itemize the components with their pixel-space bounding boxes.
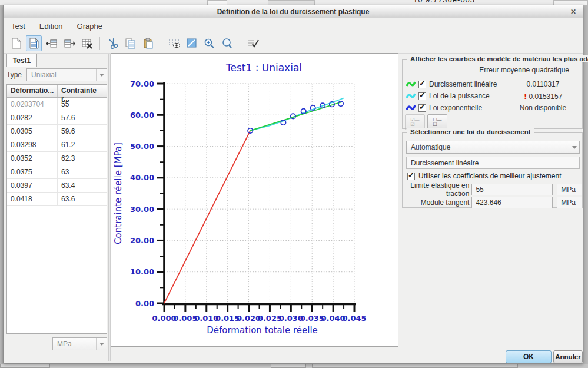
y-tick-label: 0.00 [135, 299, 154, 308]
loi-de-la-puissance-error-value: 0.0153157 [529, 92, 563, 101]
test-table-view-icon[interactable] [26, 35, 42, 51]
stress-cell[interactable]: 55 [58, 98, 107, 111]
type-value: Uniaxial [31, 71, 57, 79]
background-table-row-text: 10 9.7736e-005 [413, 0, 475, 4]
strain-cell[interactable]: 0.03298 [7, 138, 58, 151]
menu-test[interactable]: Test [11, 22, 25, 31]
table-row[interactable]: 0.0329861.2 [7, 138, 107, 152]
menu-graphe[interactable]: Graphe [77, 22, 102, 31]
stress-cell[interactable]: 59.6 [58, 125, 107, 138]
column-header-stress[interactable]: Contrainte r... [58, 85, 107, 97]
strain-cell[interactable]: 0.0282 [7, 111, 58, 124]
loi-exponentielle-error-value: Non disponible [520, 104, 566, 112]
insert-column-before-icon[interactable] [44, 35, 59, 51]
cut-icon[interactable] [105, 35, 121, 51]
toolbar-separator [161, 37, 161, 50]
loi-exponentielle-error: Non disponible [506, 104, 580, 112]
durcissement-lineaire-checkbox[interactable]: ✓ [418, 81, 426, 88]
strain-cell[interactable]: 0.0203704 [7, 98, 58, 111]
loi-exponentielle-curve-icon [406, 105, 416, 111]
table-row[interactable]: 0.020370455 [7, 98, 107, 111]
curves-groupbox-title: Afficher les courbes de modèle de matéri… [407, 55, 588, 62]
durcissement-lineaire-label: Durcissement linéaire [429, 80, 497, 88]
validate-test-icon[interactable] [245, 35, 261, 51]
close-icon[interactable]: ✕ [569, 7, 578, 16]
toolbar [4, 34, 583, 54]
tangent-modulus-input[interactable]: 423.646 [471, 197, 553, 208]
paste-icon[interactable] [140, 35, 156, 51]
hardening-law-dialog: Définition de la loi du durcissement pla… [3, 5, 583, 363]
yield-limit-input[interactable]: 55 [471, 184, 553, 195]
strain-cell[interactable]: 0.0352 [7, 152, 58, 165]
dialog-titlebar[interactable]: Définition de la loi du durcissement pla… [4, 5, 583, 18]
tab-test1[interactable]: Test1 [6, 54, 37, 67]
durcissement-lineaire-error: 0.0110317 [506, 80, 580, 88]
edit-curve-icon[interactable] [184, 35, 200, 51]
deselect-all-curves-button[interactable]: ☐—☐— [427, 114, 447, 130]
y-tick-label: 40.00 [130, 173, 154, 182]
strain-cell[interactable]: 0.0305 [7, 125, 58, 138]
show-points-icon[interactable] [166, 35, 182, 51]
y-tick-label: 50.00 [130, 142, 154, 151]
loi-exponentielle-checkbox[interactable]: ✓ [418, 104, 426, 112]
type-row: Type Uniaxial [6, 68, 107, 82]
curve-row-loi-de-la-puissance: ✓Loi de la puissance!0.0153157 [406, 91, 490, 101]
curve-row-loi-exponentielle: ✓Loi exponentielleNon disponible [406, 102, 482, 113]
table-row[interactable]: 0.037563 [7, 165, 107, 179]
table-row[interactable]: 0.039763.4 [7, 179, 107, 193]
test-panel: Test1 Type Uniaxial Déformatio... Contra… [5, 54, 108, 361]
menu-edition[interactable]: Edition [39, 22, 63, 31]
insert-column-after-icon[interactable] [61, 35, 77, 51]
strain-cell[interactable]: 0.0375 [7, 165, 58, 178]
tangent-modulus-unit: MPa [557, 197, 582, 208]
dialog-title: Définition de la loi du durcissement pla… [217, 8, 370, 16]
background-fragment [0, 364, 50, 368]
select-all-curves-button[interactable]: ☑—☑— [405, 114, 425, 130]
law-groupbox-title: Sélectionner une loi du durcissement [407, 128, 534, 135]
durcissement-lineaire-error-value: 0.0110317 [527, 80, 560, 88]
unit-row: MPa [52, 337, 107, 350]
cancel-button[interactable]: Annuler [553, 350, 583, 363]
stress-cell[interactable]: 63.4 [58, 179, 107, 192]
stress-cell[interactable]: 57.6 [58, 111, 107, 124]
ok-button[interactable]: OK [506, 350, 552, 363]
strain-cell[interactable]: 0.0418 [7, 193, 58, 205]
table-row[interactable]: 0.041863.6 [7, 193, 107, 206]
curves-groupbox: Afficher les courbes de modèle de matéri… [402, 59, 583, 129]
zoom-in-icon[interactable] [201, 35, 217, 51]
new-test-icon[interactable] [8, 35, 24, 51]
table-body: 0.0203704550.028257.60.030559.60.0329861… [7, 98, 107, 206]
table-row[interactable]: 0.030559.6 [7, 125, 107, 138]
delete-columns-icon[interactable] [79, 35, 95, 51]
loi-de-la-puissance-checkbox[interactable]: ✓ [418, 92, 426, 100]
column-header-strain[interactable]: Déformatio... [7, 85, 58, 97]
elastic-segment [164, 131, 250, 303]
table-header-row: Déformatio... Contrainte r... [7, 85, 107, 98]
law-mode-combobox[interactable]: Automatique [406, 141, 580, 154]
stress-unit-value: MPa [57, 340, 72, 348]
y-tick-label: 70.00 [130, 79, 154, 88]
stress-cell[interactable]: 63 [58, 165, 107, 178]
yield-limit-unit: MPa [557, 184, 582, 195]
law-mode-value: Automatique [411, 143, 450, 151]
stress-cell[interactable]: 62.3 [58, 152, 107, 165]
zoom-window-icon[interactable] [219, 35, 235, 51]
table-row[interactable]: 0.028257.6 [7, 111, 107, 125]
toolbar-separator [99, 37, 100, 50]
table-row[interactable]: 0.035262.3 [7, 152, 107, 165]
strain-cell[interactable]: 0.0397 [7, 179, 58, 192]
best-fit-row: ✓ Utiliser les coefficients de meilleur … [407, 172, 562, 180]
x-tick-label: 0.045 [342, 314, 366, 323]
stress-unit-combobox[interactable]: MPa [52, 337, 107, 350]
best-fit-checkbox[interactable]: ✓ [407, 173, 415, 180]
durcissement-lineaire-curve-icon [406, 81, 416, 88]
stress-cell[interactable]: 61.2 [58, 138, 107, 151]
type-label: Type [6, 71, 26, 79]
copy-icon[interactable] [122, 35, 138, 51]
type-combobox[interactable]: Uniaxial [26, 68, 107, 81]
warning-icon: ! [524, 92, 527, 101]
tangent-modulus-label: Module tangent [403, 198, 471, 207]
menu-bar: Test Edition Graphe [4, 19, 583, 34]
stress-cell[interactable]: 63.6 [58, 193, 107, 205]
selected-law-value: Durcissement linéaire [411, 159, 479, 167]
